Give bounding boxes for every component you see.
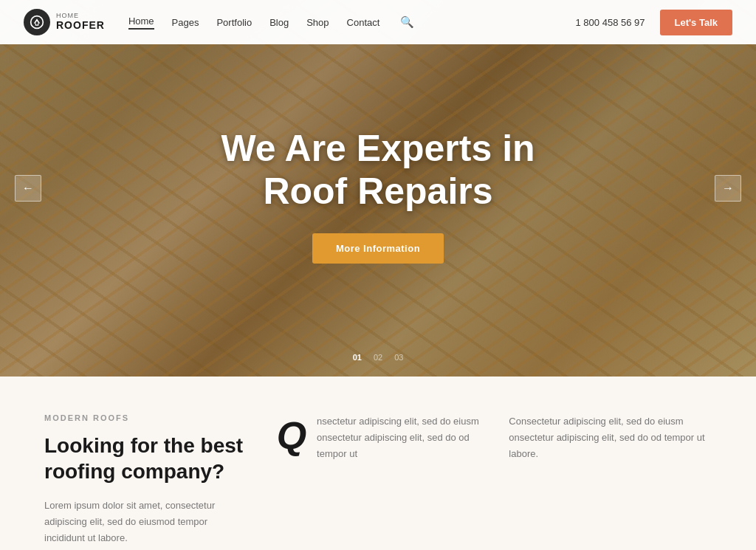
hero-content: We Are Experts in Roof Repairs More Info… (0, 0, 756, 377)
decorative-letter: Q (277, 416, 306, 455)
hero-indicators: 01 02 03 (353, 353, 404, 362)
content-middle: Q nsectetur adipiscing elit, sed do eius… (277, 413, 480, 546)
slide-indicator-3[interactable]: 03 (394, 353, 403, 362)
slide-indicator-1[interactable]: 01 (353, 353, 362, 362)
hero-prev-button[interactable]: ← (15, 175, 41, 202)
nav-item-shop[interactable]: Shop (306, 17, 329, 28)
logo-icon (24, 9, 50, 35)
middle-body-text: nsectetur adipiscing elit, sed do eiusm … (317, 413, 479, 462)
hero-next-button[interactable]: → (715, 175, 741, 202)
section-body-text: Lorem ipsum dolor sit amet, consectetur … (44, 498, 247, 546)
nav-item-portfolio[interactable]: Portfolio (216, 17, 252, 28)
logo[interactable]: HOME ROOFER (24, 9, 105, 35)
more-info-button[interactable]: More Information (312, 233, 444, 264)
content-left: MODERN ROOFS Looking for the best roofin… (44, 413, 247, 546)
lets-talk-button[interactable]: Let's Talk (660, 10, 732, 35)
site-header: HOME ROOFER Home Pages Portfolio Blog Sh… (0, 0, 756, 44)
logo-text: HOME ROOFER (56, 13, 105, 31)
slide-indicator-2[interactable]: 02 (374, 353, 382, 362)
search-icon[interactable]: 🔍 (400, 16, 414, 29)
chevron-right-icon: → (722, 182, 734, 195)
nav-item-pages[interactable]: Pages (172, 17, 199, 28)
right-body-text: Consectetur adipiscing elit, sed do eius… (509, 413, 712, 462)
hero-section: ← → We Are Experts in Roof Repairs More … (0, 0, 756, 377)
nav-item-home[interactable]: Home (128, 16, 154, 30)
content-right: Consectetur adipiscing elit, sed do eius… (509, 413, 712, 546)
nav-item-contact[interactable]: Contact (347, 17, 380, 28)
hero-title: We Are Experts in Roof Repairs (221, 128, 535, 213)
section-heading: Looking for the best roofing company? (44, 433, 247, 484)
phone-number: 1 800 458 56 97 (576, 17, 645, 28)
chevron-left-icon: ← (22, 182, 34, 195)
header-right: 1 800 458 56 97 Let's Talk (576, 10, 732, 35)
svg-point-0 (31, 16, 44, 29)
content-section: MODERN ROOFS Looking for the best roofin… (0, 377, 756, 550)
nav-item-blog[interactable]: Blog (269, 17, 289, 28)
main-nav: Home Pages Portfolio Blog Shop Contact 🔍 (128, 16, 576, 30)
section-label: MODERN ROOFS (44, 413, 247, 422)
